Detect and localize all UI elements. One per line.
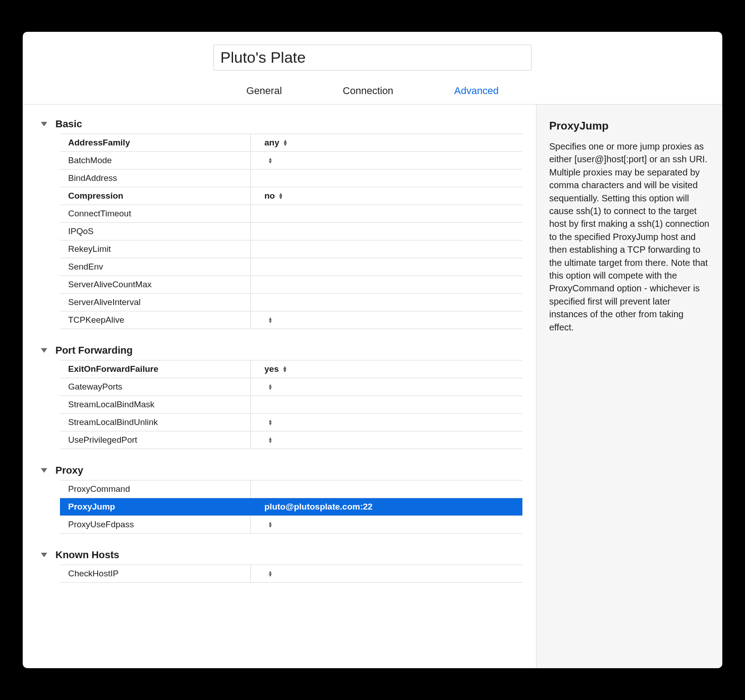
setting-key: BindAddress xyxy=(60,170,251,187)
setting-key: UsePrivilegedPort xyxy=(60,431,251,449)
setting-key: ProxyJump xyxy=(60,498,251,515)
setting-value[interactable]: yes▴▾ xyxy=(251,360,522,378)
setting-row-ipqos[interactable]: IPQoS xyxy=(60,223,522,240)
setting-key: ServerAliveInterval xyxy=(60,294,251,311)
setting-key: RekeyLimit xyxy=(60,240,251,258)
setting-value[interactable]: ▴▾ xyxy=(251,565,522,582)
setting-value[interactable]: ▴▾ xyxy=(251,311,522,329)
setting-row-gatewayports[interactable]: GatewayPorts▴▾ xyxy=(60,378,522,396)
setting-value[interactable] xyxy=(251,205,522,222)
setting-value-text: any xyxy=(264,138,279,148)
settings-list[interactable]: BasicAddressFamilyany▴▾BatchMode▴▾BindAd… xyxy=(23,105,536,668)
setting-row-compression[interactable]: Compressionno▴▾ xyxy=(60,187,522,205)
setting-row-proxycommand[interactable]: ProxyCommand xyxy=(60,480,522,498)
setting-key: BatchMode xyxy=(60,152,251,169)
setting-row-sendenv[interactable]: SendEnv xyxy=(60,258,522,276)
tab-general[interactable]: General xyxy=(245,83,283,99)
setting-row-batchmode[interactable]: BatchMode▴▾ xyxy=(60,152,522,170)
section-title: Proxy xyxy=(55,465,83,476)
setting-value[interactable]: ▴▾ xyxy=(251,431,522,449)
tabs: General Connection Advanced xyxy=(245,83,499,99)
setting-key: ConnectTimeout xyxy=(60,205,251,222)
disclosure-triangle-icon[interactable] xyxy=(41,122,47,126)
setting-value[interactable] xyxy=(251,480,522,498)
section-basic: BasicAddressFamilyany▴▾BatchMode▴▾BindAd… xyxy=(32,118,522,329)
setting-value[interactable]: ▴▾ xyxy=(251,378,522,395)
setting-row-serveraliveinterval[interactable]: ServerAliveInterval xyxy=(60,294,522,311)
setting-value[interactable]: no▴▾ xyxy=(251,187,522,205)
setting-row-streamlocalbindmask[interactable]: StreamLocalBindMask xyxy=(60,396,522,414)
setting-row-rekeylimit[interactable]: RekeyLimit xyxy=(60,240,522,258)
setting-key: GatewayPorts xyxy=(60,378,251,395)
settings-window: General Connection Advanced BasicAddress… xyxy=(23,32,722,668)
up-down-stepper-icon[interactable]: ▴▾ xyxy=(269,419,272,425)
setting-value[interactable] xyxy=(251,294,522,311)
setting-value[interactable] xyxy=(251,276,522,293)
up-down-stepper-icon[interactable]: ▴▾ xyxy=(269,521,272,527)
setting-key: ServerAliveCountMax xyxy=(60,276,251,293)
help-body: Specifies one or more jump proxies as ei… xyxy=(549,140,710,334)
setting-row-connecttimeout[interactable]: ConnectTimeout xyxy=(60,205,522,223)
setting-row-useprivilegedport[interactable]: UsePrivilegedPort▴▾ xyxy=(60,431,522,449)
setting-row-proxyjump[interactable]: ProxyJumppluto@plutosplate.com:22 xyxy=(60,498,522,516)
section-title: Port Forwarding xyxy=(55,345,133,356)
up-down-stepper-icon[interactable]: ▴▾ xyxy=(269,157,272,163)
setting-value[interactable] xyxy=(251,396,522,413)
setting-row-exitonforwardfailure[interactable]: ExitOnForwardFailureyes▴▾ xyxy=(60,360,522,378)
setting-key: ExitOnForwardFailure xyxy=(60,360,251,378)
up-down-stepper-icon[interactable]: ▴▾ xyxy=(269,570,272,576)
setting-value-text: yes xyxy=(264,364,279,374)
setting-row-proxyusefdpass[interactable]: ProxyUseFdpass▴▾ xyxy=(60,516,522,534)
section-proxy: ProxyProxyCommandProxyJumppluto@plutospl… xyxy=(32,465,522,534)
up-down-stepper-icon[interactable]: ▴▾ xyxy=(269,437,272,443)
up-down-stepper-icon[interactable]: ▴▾ xyxy=(269,317,272,323)
disclosure-triangle-icon[interactable] xyxy=(41,553,47,557)
setting-key: SendEnv xyxy=(60,258,251,275)
disclosure-triangle-icon[interactable] xyxy=(41,348,47,353)
settings-table: ExitOnForwardFailureyes▴▾GatewayPorts▴▾S… xyxy=(60,360,522,449)
setting-value-text: pluto@plutosplate.com:22 xyxy=(264,502,372,512)
section-header[interactable]: Proxy xyxy=(32,465,522,476)
up-down-stepper-icon[interactable]: ▴▾ xyxy=(284,140,287,145)
disclosure-triangle-icon[interactable] xyxy=(41,468,47,473)
setting-value[interactable] xyxy=(251,258,522,275)
settings-table: CheckHostIP▴▾ xyxy=(60,565,522,583)
setting-value[interactable]: ▴▾ xyxy=(251,414,522,431)
up-down-stepper-icon[interactable]: ▴▾ xyxy=(283,366,286,372)
host-title-input[interactable] xyxy=(214,45,531,70)
setting-key: StreamLocalBindUnlink xyxy=(60,414,251,431)
header: General Connection Advanced xyxy=(23,32,722,105)
help-sidebar: ProxyJump Specifies one or more jump pro… xyxy=(536,105,722,668)
setting-value[interactable]: any▴▾ xyxy=(251,134,522,151)
section-title: Known Hosts xyxy=(55,549,119,561)
setting-key: CheckHostIP xyxy=(60,565,251,582)
tab-connection[interactable]: Connection xyxy=(342,83,394,99)
setting-value[interactable]: ▴▾ xyxy=(251,152,522,169)
setting-row-streamlocalbindunlink[interactable]: StreamLocalBindUnlink▴▾ xyxy=(60,414,522,431)
setting-key: Compression xyxy=(60,187,251,205)
setting-row-serveralivecountmax[interactable]: ServerAliveCountMax xyxy=(60,276,522,294)
settings-table: ProxyCommandProxyJumppluto@plutosplate.c… xyxy=(60,480,522,534)
setting-key: ProxyCommand xyxy=(60,480,251,498)
setting-row-bindaddress[interactable]: BindAddress xyxy=(60,170,522,187)
section-known-hosts: Known HostsCheckHostIP▴▾ xyxy=(32,549,522,583)
setting-row-checkhostip[interactable]: CheckHostIP▴▾ xyxy=(60,565,522,583)
up-down-stepper-icon[interactable]: ▴▾ xyxy=(279,193,282,199)
section-header[interactable]: Port Forwarding xyxy=(32,345,522,356)
setting-value[interactable]: ▴▾ xyxy=(251,516,522,533)
setting-value-text: no xyxy=(264,191,275,201)
up-down-stepper-icon[interactable]: ▴▾ xyxy=(269,384,272,390)
help-title: ProxyJump xyxy=(549,118,710,134)
setting-value[interactable] xyxy=(251,240,522,258)
settings-table: AddressFamilyany▴▾BatchMode▴▾BindAddress… xyxy=(60,134,522,329)
setting-row-tcpkeepalive[interactable]: TCPKeepAlive▴▾ xyxy=(60,311,522,329)
setting-key: AddressFamily xyxy=(60,134,251,151)
setting-value[interactable] xyxy=(251,170,522,187)
setting-value[interactable]: pluto@plutosplate.com:22 xyxy=(251,498,522,515)
setting-key: StreamLocalBindMask xyxy=(60,396,251,413)
section-header[interactable]: Known Hosts xyxy=(32,549,522,561)
setting-value[interactable] xyxy=(251,223,522,240)
setting-row-addressfamily[interactable]: AddressFamilyany▴▾ xyxy=(60,134,522,152)
tab-advanced[interactable]: Advanced xyxy=(453,83,500,99)
section-header[interactable]: Basic xyxy=(32,118,522,130)
